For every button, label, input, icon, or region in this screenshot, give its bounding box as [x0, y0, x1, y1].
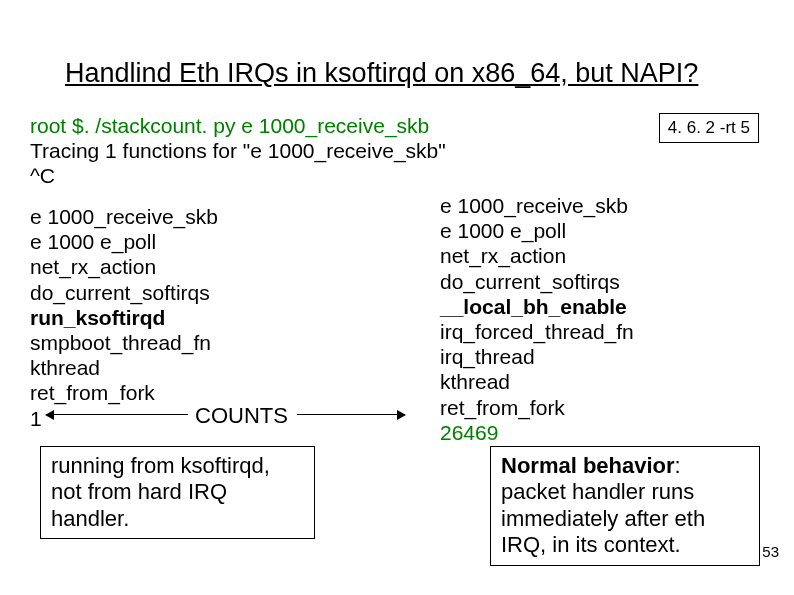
arrow-right-icon [297, 414, 405, 415]
right-note-box: Normal behavior: packet handler runs imm… [490, 446, 760, 566]
slide-title: Handlind Eth IRQs in ksoftirqd on x86_64… [65, 58, 698, 89]
kernel-version-box: 4. 6. 2 -rt 5 [659, 113, 759, 143]
trace-line: e 1000 e_poll [30, 229, 218, 254]
trace-line: ret_from_fork [30, 380, 218, 405]
trace-count: 1 [30, 406, 218, 431]
trace-intro-2: ^C [30, 164, 55, 188]
trace-line: e 1000_receive_skb [440, 193, 634, 218]
trace-line: ret_from_fork [440, 395, 634, 420]
left-note-box: running from ksoftirqd, not from hard IR… [40, 446, 315, 539]
counts-label: COUNTS [195, 403, 288, 429]
trace-line: irq_forced_thread_fn [440, 319, 634, 344]
trace-count: 26469 [440, 420, 634, 445]
arrow-left-icon [46, 414, 188, 415]
note-bold: Normal behavior [501, 453, 675, 478]
trace-line-bold: run_ksoftirqd [30, 305, 218, 330]
trace-line: net_rx_action [440, 243, 634, 268]
trace-line: net_rx_action [30, 254, 218, 279]
trace-intro-1: Tracing 1 functions for "e 1000_receive_… [30, 139, 446, 163]
trace-line: kthread [30, 355, 218, 380]
trace-line: e 1000_receive_skb [30, 204, 218, 229]
command-line: root $. /stackcount. py e 1000_receive_s… [30, 114, 429, 138]
trace-line: smpboot_thread_fn [30, 330, 218, 355]
trace-line: e 1000 e_poll [440, 218, 634, 243]
trace-line-bold: __local_bh_enable [440, 294, 634, 319]
right-stack-trace: e 1000_receive_skb e 1000 e_poll net_rx_… [440, 193, 634, 445]
trace-line: irq_thread [440, 344, 634, 369]
trace-line: do_current_softirqs [30, 280, 218, 305]
trace-line: kthread [440, 369, 634, 394]
page-number: 53 [762, 543, 779, 560]
trace-line: do_current_softirqs [440, 269, 634, 294]
left-stack-trace: e 1000_receive_skb e 1000 e_poll net_rx_… [30, 204, 218, 431]
